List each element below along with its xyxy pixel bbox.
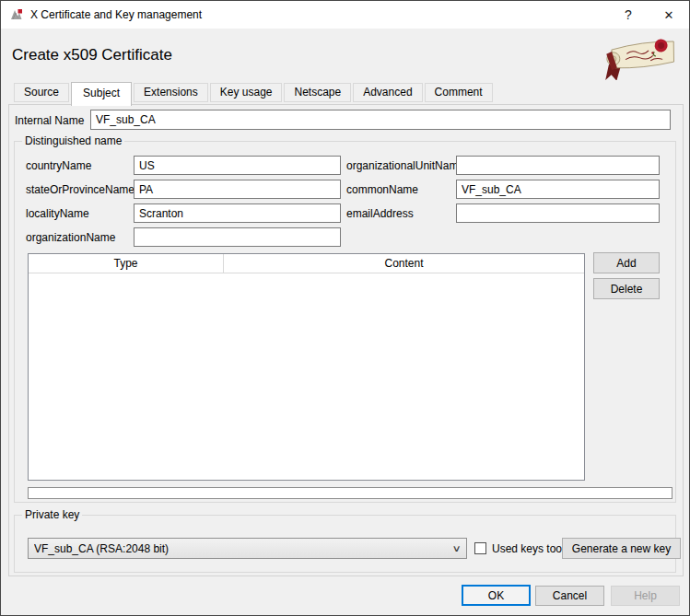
private-key-group: Private key VF_sub_CA (RSA:2048 bit) ∨ U…: [14, 515, 676, 573]
page-title: Create x509 Certificate: [12, 46, 172, 64]
country-name-label: countryName: [26, 159, 91, 172]
tab-source[interactable]: Source: [14, 83, 69, 102]
generate-key-button[interactable]: Generate a new key: [562, 538, 681, 559]
ok-button[interactable]: OK: [462, 585, 531, 606]
dn-table-header: Type Content: [29, 254, 584, 273]
email-address-label: emailAddress: [346, 207, 414, 220]
window-title: X Certificate and Key management: [30, 8, 608, 21]
common-name-input[interactable]: [456, 180, 660, 199]
common-name-label: commonName: [346, 183, 418, 196]
tab-netscape[interactable]: Netscape: [284, 83, 351, 102]
distinguished-name-group-label: Distinguished name: [22, 134, 124, 147]
add-button[interactable]: Add: [593, 252, 660, 273]
dn-table-header-type[interactable]: Type: [29, 254, 224, 273]
private-key-combo-value: VF_sub_CA (RSA:2048 bit): [34, 542, 453, 555]
xca-scroll-logo: [598, 38, 681, 80]
cancel-button[interactable]: Cancel: [535, 586, 604, 606]
locality-name-input[interactable]: [134, 203, 341, 223]
organization-name-input[interactable]: [134, 227, 341, 247]
app-icon: [9, 7, 24, 22]
state-or-province-input[interactable]: [134, 180, 341, 199]
distinguished-name-group: Distinguished name countryName stateOrPr…: [14, 141, 676, 503]
internal-name-input[interactable]: [90, 110, 671, 130]
internal-name-label: Internal Name: [15, 114, 84, 127]
used-keys-checkbox-label: Used keys too: [492, 542, 562, 555]
dn-entry-line-edit[interactable]: [28, 487, 672, 499]
chevron-down-icon: ∨: [451, 543, 461, 553]
title-bar: X Certificate and Key management ? ✕: [1, 1, 689, 29]
tab-key-usage[interactable]: Key usage: [210, 83, 283, 102]
country-name-input[interactable]: [134, 156, 341, 175]
dn-table-header-content[interactable]: Content: [224, 254, 584, 273]
xca-dialog-window: X Certificate and Key management ? ✕ Cre…: [0, 0, 690, 616]
help-caption-button[interactable]: ?: [608, 1, 649, 29]
private-key-combobox[interactable]: VF_sub_CA (RSA:2048 bit) ∨: [28, 538, 467, 559]
tab-extensions[interactable]: Extensions: [134, 83, 208, 102]
email-address-input[interactable]: [456, 203, 660, 223]
state-or-province-label: stateOrProvinceName: [26, 183, 134, 196]
private-key-group-label: Private key: [22, 508, 82, 521]
tab-comment[interactable]: Comment: [425, 83, 493, 102]
locality-name-label: localityName: [26, 207, 89, 220]
organizational-unit-label: organizationalUnitName: [346, 159, 464, 172]
help-button: Help: [611, 586, 680, 606]
organizational-unit-input[interactable]: [456, 156, 660, 175]
tab-advanced[interactable]: Advanced: [353, 83, 422, 102]
delete-button[interactable]: Delete: [593, 278, 660, 299]
organization-name-label: organizationName: [26, 231, 115, 244]
dn-entries-table[interactable]: Type Content: [28, 253, 585, 481]
tab-subject[interactable]: Subject: [71, 82, 132, 106]
close-button[interactable]: ✕: [649, 1, 689, 29]
tab-bar: Source Subject Extensions Key usage Nets…: [14, 83, 495, 105]
used-keys-checkbox[interactable]: [474, 542, 486, 554]
